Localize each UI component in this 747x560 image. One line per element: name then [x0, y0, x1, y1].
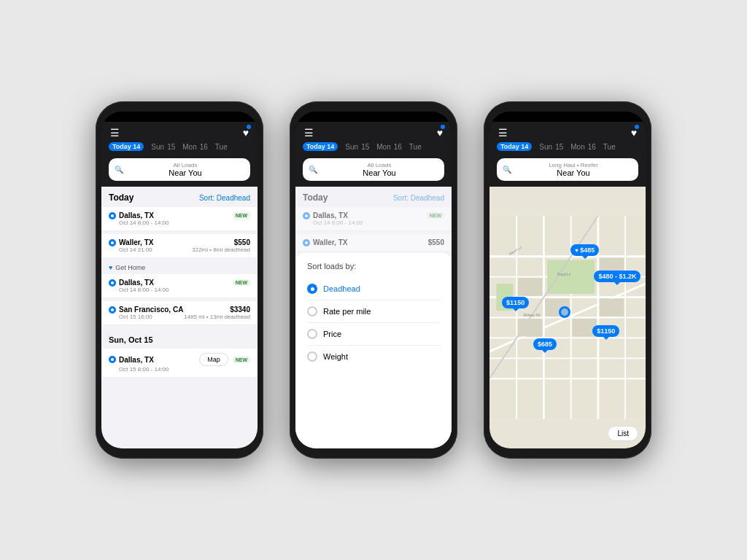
sort-option-price[interactable]: Price [307, 323, 440, 346]
search-bar-1[interactable]: 🔍 All Loads Near You [109, 158, 250, 181]
sort-option-label-deadhead: Deadhead [323, 284, 360, 293]
sort-label-1[interactable]: Sort: Deadhead [199, 194, 250, 202]
date-section-title: Sun, Oct 15 [109, 335, 153, 344]
search-sublabel-1: All Loads [126, 162, 244, 168]
radio-rate [307, 306, 317, 316]
load-item-1-4[interactable]: San Francisco, CA $3340 Oct 15 16:00 148… [101, 301, 258, 325]
new-badge: NEW [233, 357, 250, 363]
section-title-today-1: Today [109, 192, 133, 203]
load-details: 322mi • 8mi deadhead [192, 246, 250, 253]
new-badge: NEW [427, 212, 444, 219]
load-item-1-1[interactable]: Dallas, TX NEW Oct 14 8:00 - 14:00 [101, 207, 258, 231]
search-main-label-2: Near You [320, 168, 438, 177]
load-price: $3340 [230, 306, 250, 314]
section-header-today-2: Today Sort: Deadhead [295, 187, 452, 206]
notification-dot-3 [635, 125, 639, 129]
hamburger-icon-3[interactable]: ☰ [498, 127, 508, 139]
tab-tue-2[interactable]: Tue [409, 143, 422, 151]
origin-dot [303, 212, 310, 219]
origin-dot [109, 212, 116, 219]
top-nav-2: ☰ ♥ [295, 122, 452, 139]
radio-weight [307, 351, 317, 362]
map-button-1[interactable]: Map [199, 353, 228, 366]
tab-mon-3[interactable]: Mon 16 [570, 143, 596, 151]
sort-option-deadhead[interactable]: Deadhead [307, 278, 440, 300]
tab-mon-2[interactable]: Mon 16 [376, 143, 402, 151]
load-item-1-2[interactable]: Waller, TX $550 Oct 14 21:00 322mi • 8mi… [101, 234, 258, 258]
load-item-1-3[interactable]: Dallas, TX NEW Oct 14 8:00 - 14:00 [101, 274, 258, 298]
load-date: Oct 14 21:00 [119, 246, 152, 253]
search-main-label-1: Near You [126, 168, 244, 177]
get-home-label-text: Get Home [115, 264, 145, 271]
tab-today-3[interactable]: Today 14 [497, 142, 532, 151]
load-city: San Francisco, CA [119, 306, 183, 314]
load-city: Dallas, TX [313, 211, 348, 219]
hamburger-icon-2[interactable]: ☰ [304, 127, 314, 139]
search-icon-1: 🔍 [115, 166, 123, 174]
sort-option-rate[interactable]: Rate per mile [307, 300, 440, 323]
tab-today-2[interactable]: Today 14 [303, 142, 338, 151]
tab-sun-1[interactable]: Sun 15 [151, 143, 175, 151]
get-home-section-1: ♥ Get Home [101, 260, 258, 273]
svg-rect-21 [518, 319, 542, 336]
load-city: Dallas, TX [119, 279, 154, 287]
search-bar-2[interactable]: 🔍 All Loads Near You [303, 158, 444, 181]
status-bar-2 [295, 112, 452, 122]
heart-badge-2[interactable]: ♥ [437, 126, 443, 139]
tab-tue-1[interactable]: Tue [215, 143, 228, 151]
today-badge-2: Today 14 [303, 142, 338, 151]
content-1: Today Sort: Deadhead Dallas, TX NEW Oct … [101, 187, 258, 448]
price-pin-685[interactable]: $685 [533, 338, 557, 350]
status-bar-1 [101, 112, 258, 122]
price-pin-485[interactable]: $485 [570, 244, 599, 256]
hamburger-icon-1[interactable]: ☰ [110, 127, 120, 139]
svg-rect-14 [547, 260, 595, 294]
load-city: Dallas, TX [119, 356, 154, 364]
notification-dot-1 [247, 125, 251, 129]
status-bar-3 [489, 112, 646, 122]
svg-text:Royal Ln: Royal Ln [557, 273, 571, 276]
sort-option-label-price: Price [323, 330, 341, 338]
new-badge: NEW [233, 279, 250, 286]
search-sublabel-3: Long Haul • Reefer [514, 162, 632, 168]
load-date: Oct 15 8:00 - 14:00 [119, 366, 250, 373]
load-item-2-2: Waller, TX $550 [295, 234, 452, 252]
svg-rect-18 [518, 279, 542, 296]
load-city: Waller, TX [119, 238, 153, 246]
tab-mon-1[interactable]: Mon 16 [182, 143, 208, 151]
sort-label-2[interactable]: Sort: Deadhead [393, 194, 444, 202]
new-badge: NEW [233, 212, 250, 219]
date-tabs-3: Today 14 Sun 15 Mon 16 Tue [489, 139, 646, 155]
section-title-today-2: Today [303, 192, 328, 203]
list-button[interactable]: List [608, 426, 638, 441]
tab-sun-3[interactable]: Sun 15 [539, 143, 563, 151]
load-date: Oct 14 8:00 - 14:00 [119, 287, 250, 293]
load-item-1-5[interactable]: Dallas, TX Map NEW Oct 15 8:00 - 14:00 [101, 349, 258, 378]
heart-badge-3[interactable]: ♥ [631, 126, 637, 139]
tab-tue-3[interactable]: Tue [603, 143, 616, 151]
origin-dot [109, 279, 116, 287]
search-bar-3[interactable]: 🔍 Long Haul • Reefer Near You [497, 158, 638, 181]
heart-badge-1[interactable]: ♥ [243, 126, 249, 139]
price-pin-480-1200[interactable]: $480 - $1.2K [594, 271, 640, 282]
sort-sheet-title: Sort loads by: [307, 262, 440, 271]
load-city: Dallas, TX [119, 211, 154, 219]
tab-today-1[interactable]: Today 14 [109, 142, 144, 151]
radio-deadhead [307, 284, 317, 294]
today-badge-3: Today 14 [497, 142, 532, 151]
sort-option-weight[interactable]: Weight [307, 346, 440, 368]
today-badge-1: Today 14 [109, 142, 144, 151]
load-price: $550 [234, 238, 250, 246]
svg-text:Midway Rd: Midway Rd [524, 314, 541, 317]
price-pin-1150-left[interactable]: $1150 [502, 297, 529, 308]
date-section-sun-1: Sun, Oct 15 [101, 327, 258, 347]
tab-sun-2[interactable]: Sun 15 [345, 143, 369, 151]
sort-option-label-rate: Rate per mile [323, 307, 371, 316]
origin-dot [109, 306, 116, 314]
section-header-today-1: Today Sort: Deadhead [101, 187, 258, 206]
map-container[interactable]: Marsh Ln Royal Ln Midway Rd $485 $480 - … [489, 187, 646, 448]
search-section-1: 🔍 All Loads Near You [101, 155, 258, 187]
phone-1: ☰ ♥ Today 14 Sun 15 Mon 16 [96, 101, 263, 459]
search-section-3: 🔍 Long Haul • Reefer Near You [489, 155, 646, 187]
price-pin-1150-right[interactable]: $1150 [592, 325, 619, 337]
